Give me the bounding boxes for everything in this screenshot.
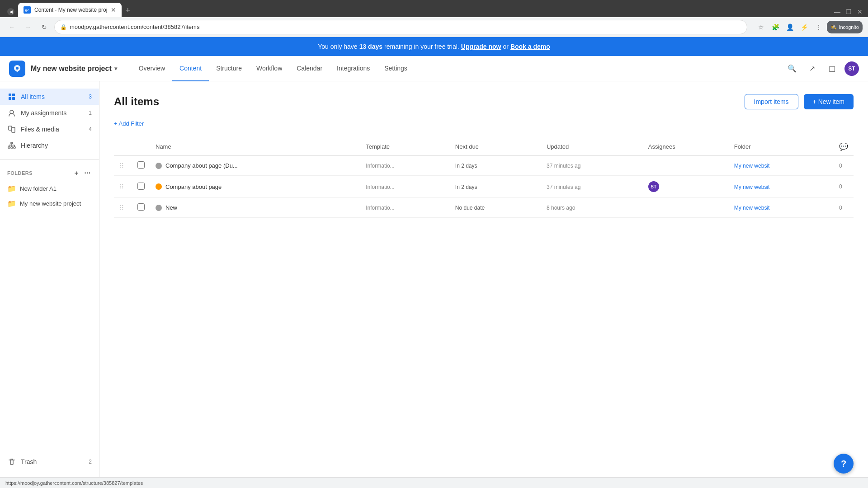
files-icon [7,125,16,134]
import-items-button[interactable]: Import items [745,94,798,109]
maximize-button[interactable]: ❐ [846,8,852,15]
reload-button[interactable]: ↻ [38,21,51,33]
nav-item-settings[interactable]: Settings [377,56,415,81]
browser-tab-bar: ◀ gc Content - My new website proj ✕ + —… [0,0,868,17]
extension2-icon[interactable]: ⚡ [798,21,811,33]
row-checkbox[interactable] [137,161,145,169]
extension-icon[interactable]: 🧩 [769,21,782,33]
row-drag-handle[interactable]: ⠿ [119,162,124,169]
svg-rect-9 [8,147,10,148]
tab-close-button[interactable]: ✕ [111,6,116,14]
template-text: Informatio... [366,163,394,169]
sidebar-item-hierarchy[interactable]: Hierarchy [0,137,99,154]
export-icon[interactable]: ↗ [805,61,819,76]
sidebar-item-all-items[interactable]: All items 3 [0,89,99,105]
nav-item-overview[interactable]: Overview [132,56,172,81]
browser-window: ◀ gc Content - My new website proj ✕ + —… [0,0,868,488]
new-item-button[interactable]: + New item [804,94,854,109]
name-cell-3: New [150,198,360,218]
nav-item-structure[interactable]: Structure [209,56,249,81]
project-name[interactable]: My new website project ▾ [31,65,117,73]
template-text-3: Informatio... [366,205,394,211]
apps-icon[interactable]: ◫ [825,61,839,76]
settings-dots-icon[interactable]: ⋮ [812,21,825,33]
nav-item-calendar[interactable]: Calendar [289,56,330,81]
sidebar-item-files-media[interactable]: Files & media 4 [0,121,99,137]
demo-link[interactable]: Book a demo [510,43,550,50]
main-content-area: All items Import items + New item + Add … [99,81,868,477]
due-text: In 2 days [455,163,477,169]
due-text-2: In 2 days [455,184,477,190]
th-template: Template [360,138,450,156]
my-assignments-count: 1 [89,110,92,116]
folder-link-2[interactable]: My new websit [734,184,770,190]
filter-bar: + Add Filter [114,118,854,129]
address-bar[interactable]: 🔒 moodjoy.gathercontent.com/content/3858… [54,20,747,34]
comment-cell-2: 0 [834,176,854,198]
row-checkbox-2[interactable] [137,183,145,190]
top-nav: My new website project ▾ Overview Conten… [0,56,868,81]
template-cell-3: Informatio... [360,198,450,218]
name-cell-content-3: New [156,204,355,211]
trial-text-before: You only have [318,43,357,50]
forward-button[interactable]: → [22,21,34,33]
svg-rect-8 [11,142,13,144]
folder-item-new-folder[interactable]: 📁 New folder A1 [0,181,99,196]
close-button[interactable]: ✕ [857,8,863,15]
toolbar-icons: ☆ 🧩 👤 ⚡ ⋮ 🕵 Incognito [755,21,863,33]
logo[interactable] [9,61,25,77]
nav-item-integrations[interactable]: Integrations [330,56,377,81]
trial-days: 13 days [359,43,382,50]
add-folder-button[interactable]: + [72,169,81,178]
template-cell: Informatio... [360,156,450,176]
row-drag-handle-2[interactable]: ⠿ [119,183,124,190]
upgrade-link[interactable]: Upgrade now [461,43,501,50]
browser-back-icon[interactable]: ◀ [7,8,14,15]
svg-rect-4 [12,97,15,100]
nav-item-workflow[interactable]: Workflow [249,56,289,81]
minimize-button[interactable]: — [834,8,840,15]
item-name-2[interactable]: Company about page [165,183,222,190]
new-item-label: + New item [813,98,844,105]
all-items-label: All items [21,93,45,100]
folder-cell-2: My new websit [729,176,834,198]
row-checkbox-3[interactable] [137,203,145,211]
item-name[interactable]: Company about page (Du... [165,162,238,169]
folder-item-website-project[interactable]: 📁 My new website project [0,196,99,211]
name-cell-content-2: Company about page [156,183,355,190]
folder-cell-3: My new websit [729,198,834,218]
browser-tab[interactable]: gc Content - My new website proj ✕ [18,3,122,17]
comment-count-3: 0 [839,205,848,211]
svg-point-0 [16,67,19,70]
item-name-3[interactable]: New [165,204,177,211]
folder-link[interactable]: My new websit [734,163,770,169]
search-icon[interactable]: 🔍 [785,61,799,76]
folder-link-3[interactable]: My new websit [734,205,770,211]
trial-banner: You only have 13 days remaining in your … [0,37,868,56]
help-button[interactable]: ? [834,454,854,474]
status-bar: https://moodjoy.gathercontent.com/struct… [0,477,868,488]
table-body: ⠿ Company about page (Du... [114,156,854,218]
sidebar-item-trash[interactable]: Trash 2 [0,454,99,470]
due-text-3: No due date [455,205,485,211]
hierarchy-icon [7,141,16,150]
bookmark-icon[interactable]: ☆ [755,21,767,33]
updated-text-2: 37 minutes ag [547,184,580,190]
svg-rect-10 [11,147,13,148]
user-avatar[interactable]: ST [844,61,859,76]
checkbox-cell-2 [132,176,150,198]
updated-cell: 37 minutes ag [541,156,643,176]
svg-rect-7 [12,127,15,132]
sidebar-item-my-assignments[interactable]: My assignments 1 [0,105,99,121]
comment-count-2: 0 [839,183,848,190]
new-tab-button[interactable]: + [122,6,134,15]
add-filter-button[interactable]: + Add Filter [114,118,144,129]
trash-count: 2 [89,459,92,465]
th-checkbox [132,138,150,156]
folder-cell: My new websit [729,156,834,176]
nav-item-content[interactable]: Content [172,56,209,81]
folder-options-button[interactable]: ⋯ [83,169,92,178]
row-drag-handle-3[interactable]: ⠿ [119,204,124,211]
profile-icon[interactable]: 👤 [783,21,796,33]
back-button[interactable]: ← [5,21,18,33]
